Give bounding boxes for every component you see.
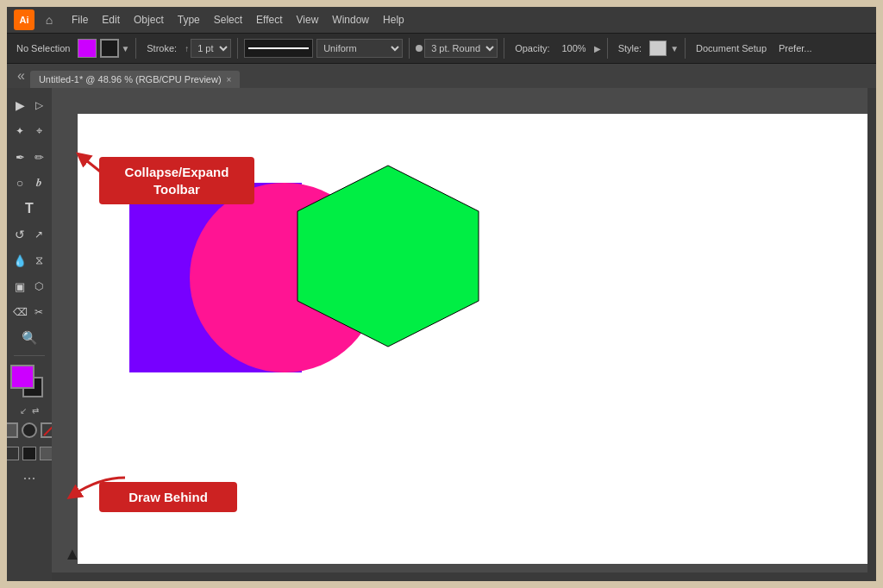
scale-tool-icon[interactable]: ↗ xyxy=(30,223,47,246)
opacity-label: Opacity: xyxy=(510,41,554,55)
svg-marker-0 xyxy=(297,166,479,347)
transform-tools[interactable]: ▣ ⬡ xyxy=(10,274,48,298)
shape-brush-tools[interactable]: ○ 𝒃 xyxy=(10,171,48,195)
type-tool-icon: T xyxy=(25,201,34,216)
foreground-color-swatch[interactable] xyxy=(10,365,34,389)
stroke-preset-select[interactable]: 3 pt. Round 1 pt. Round xyxy=(424,39,498,58)
gradient-mode-btn[interactable] xyxy=(22,422,37,438)
draw-normal-btn[interactable] xyxy=(7,447,19,460)
vertical-scrollbar[interactable] xyxy=(867,88,876,581)
eyedrop-blend-tools[interactable]: 💧 ⧖ xyxy=(10,248,48,272)
more-tools-btn[interactable]: ··· xyxy=(22,469,35,487)
pen-tools[interactable]: ✒ ✏ xyxy=(10,145,48,169)
ellipse-tool-icon[interactable]: ○ xyxy=(11,172,28,194)
blend-tool-icon[interactable]: ⧖ xyxy=(30,249,47,272)
stroke-label: Stroke: xyxy=(142,41,181,55)
toolbar-divider xyxy=(14,355,45,356)
color-controls: ↙ ⇄ xyxy=(20,406,39,416)
rotate-tool-icon[interactable]: ↺ xyxy=(11,223,28,246)
divider-2 xyxy=(237,38,238,59)
style-label: Style: xyxy=(614,41,647,55)
color-mode-btn[interactable] xyxy=(7,422,18,438)
erase-cut-tools[interactable]: ⌫ ✂ xyxy=(10,300,48,324)
ai-logo: Ai xyxy=(14,9,34,30)
swap-color-icon[interactable]: ⇄ xyxy=(32,406,39,416)
stroke-type-select[interactable]: Uniform Width Profile 1 xyxy=(316,39,403,58)
left-toolbar: ▶ ▷ ✦ ⌖ ✒ ✏ ○ 𝒃 T ↺ xyxy=(7,88,52,581)
options-toolbar: No Selection ▼ Stroke: ↑ 1 pt 2 pt 3 pt … xyxy=(7,33,876,64)
divider-6 xyxy=(685,38,686,59)
stroke-swatch[interactable] xyxy=(100,39,119,58)
divider-5 xyxy=(607,38,608,59)
brush-tool-icon[interactable]: 𝒃 xyxy=(30,172,47,194)
menu-window[interactable]: Window xyxy=(326,12,375,28)
select-tool-icon[interactable]: ▶ xyxy=(11,94,28,116)
preferences-button[interactable]: Prefer... xyxy=(774,41,817,55)
canvas-area[interactable]: Collapse/ExpandToolbar Draw Behind xyxy=(52,88,876,581)
main-area: ▶ ▷ ✦ ⌖ ✒ ✏ ○ 𝒃 T ↺ xyxy=(7,88,876,581)
tab-title: Untitled-1* @ 48.96 % (RGB/CPU Preview) xyxy=(39,74,222,84)
eraser-icon[interactable]: ⌫ xyxy=(11,301,28,323)
select-tools[interactable]: ▶ ▷ xyxy=(10,93,48,117)
direct-select-tool-icon[interactable]: ▷ xyxy=(30,94,47,116)
rotate-tools[interactable]: ↺ ↗ xyxy=(10,222,48,247)
menu-help[interactable]: Help xyxy=(377,12,410,28)
artboard xyxy=(78,114,867,564)
zoom-tool[interactable]: 🔍 xyxy=(10,326,48,350)
horizontal-scrollbar[interactable] xyxy=(52,572,876,581)
opacity-expand[interactable]: ▶ xyxy=(594,44,601,53)
divider-3 xyxy=(409,38,410,59)
style-swatch[interactable] xyxy=(649,41,667,56)
scissors-icon[interactable]: ✂ xyxy=(30,301,47,323)
divider-4 xyxy=(504,38,504,59)
green-hexagon xyxy=(289,161,487,351)
document-setup-button[interactable]: Document Setup xyxy=(692,41,771,55)
eyedropper-icon[interactable]: 💧 xyxy=(11,249,28,272)
stroke-value-select[interactable]: 1 pt 2 pt 3 pt xyxy=(191,39,231,58)
collapse-panel-btn[interactable]: « xyxy=(12,68,30,84)
stroke-line-preview xyxy=(248,47,309,49)
stroke-up-arrow[interactable]: ↑ xyxy=(185,44,189,53)
fill-swatch[interactable] xyxy=(78,39,97,58)
lasso-icon[interactable]: ⌖ xyxy=(30,120,47,142)
style-dropdown[interactable]: ▼ xyxy=(670,44,679,53)
pen-tool-icon[interactable]: ✒ xyxy=(11,146,28,168)
menu-effect[interactable]: Effect xyxy=(250,12,288,28)
tab-bar: « Untitled-1* @ 48.96 % (RGB/CPU Preview… xyxy=(7,64,876,88)
document-tab[interactable]: Untitled-1* @ 48.96 % (RGB/CPU Preview) … xyxy=(30,71,241,88)
opacity-value: 100% xyxy=(558,41,591,55)
stroke-line-selector[interactable] xyxy=(244,39,313,58)
reset-color-icon[interactable]: ↙ xyxy=(20,406,27,416)
wand-lasso-tools[interactable]: ✦ ⌖ xyxy=(10,119,48,143)
pencil-tool-icon[interactable]: ✏ xyxy=(30,146,47,168)
draw-behind-btn[interactable] xyxy=(22,447,36,460)
menu-edit[interactable]: Edit xyxy=(96,12,126,28)
menu-bar: Ai ⌂ File Edit Object Type Select Effect… xyxy=(7,7,876,33)
magic-wand-icon[interactable]: ✦ xyxy=(11,120,28,142)
zoom-tool-icon: 🔍 xyxy=(22,330,38,346)
stroke-dropdown-arrow[interactable]: ▼ xyxy=(121,44,129,53)
transform-tool-icon[interactable]: ▣ xyxy=(11,275,28,297)
menu-view[interactable]: View xyxy=(291,12,325,28)
menu-type[interactable]: Type xyxy=(172,12,206,28)
type-tool[interactable]: T xyxy=(10,197,48,221)
menu-select[interactable]: Select xyxy=(208,12,248,28)
shear-tool-icon[interactable]: ⬡ xyxy=(30,275,47,297)
no-selection-label: No Selection xyxy=(12,41,74,55)
menu-object[interactable]: Object xyxy=(128,12,170,28)
dot-icon xyxy=(416,45,423,52)
tab-close-btn[interactable]: × xyxy=(227,75,232,84)
color-mode-row xyxy=(7,422,56,438)
color-swatch-area xyxy=(10,365,48,403)
divider-1 xyxy=(135,38,136,59)
draw-mode-row xyxy=(7,447,53,460)
menu-file[interactable]: File xyxy=(66,12,94,28)
home-icon[interactable]: ⌂ xyxy=(40,10,59,29)
